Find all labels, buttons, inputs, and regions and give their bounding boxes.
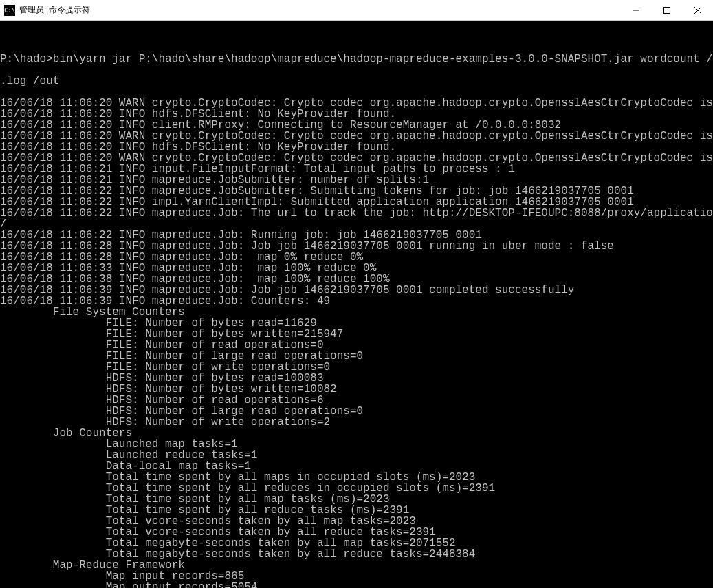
blank-line	[0, 32, 713, 43]
log-line: Total megabyte-seconds taken by all redu…	[0, 549, 713, 560]
log-line: Launched reduce tasks=1	[0, 450, 713, 461]
log-line: FILE: Number of bytes written=215947	[0, 329, 713, 340]
log-line: 16/06/18 11:06:22 INFO mapreduce.JobSubm…	[0, 186, 713, 197]
window-title: 管理员: 命令提示符	[19, 4, 620, 16]
minimize-button[interactable]	[620, 0, 651, 20]
log-line: FILE: Number of read operations=0	[0, 340, 713, 351]
log-line: 16/06/18 11:06:22 INFO impl.YarnClientIm…	[0, 197, 713, 208]
log-line: 16/06/18 11:06:39 INFO mapreduce.Job: Co…	[0, 296, 713, 307]
window-controls	[620, 0, 713, 20]
log-line: Data-local map tasks=1	[0, 461, 713, 472]
log-line: 16/06/18 11:06:21 INFO mapreduce.JobSubm…	[0, 175, 713, 186]
command: bin\yarn jar P:\hado\share\hadoop\mapred…	[53, 53, 713, 65]
log-line: Total time spent by all map tasks (ms)=2…	[0, 494, 713, 505]
log-line: 16/06/18 11:06:33 INFO mapreduce.Job: ma…	[0, 263, 713, 274]
log-line: 16/06/18 11:06:20 WARN crypto.CryptoCode…	[0, 98, 713, 109]
log-line: 16/06/18 11:06:39 INFO mapreduce.Job: Jo…	[0, 285, 713, 296]
log-line: 16/06/18 11:06:28 INFO mapreduce.Job: Jo…	[0, 241, 713, 252]
cmd-icon-label: C:\	[4, 7, 15, 14]
log-line: 16/06/18 11:06:22 INFO mapreduce.Job: Th…	[0, 208, 713, 219]
log-line: HDFS: Number of bytes read=100083	[0, 373, 713, 384]
log-line: HDFS: Number of large read operations=0	[0, 406, 713, 417]
log-line: /	[0, 219, 713, 230]
log-line: 16/06/18 11:06:21 INFO input.FileInputFo…	[0, 164, 713, 175]
minimize-icon	[633, 7, 639, 14]
close-icon	[694, 7, 701, 14]
log-line: FILE: Number of bytes read=11629	[0, 318, 713, 329]
log-line: File System Counters	[0, 307, 713, 318]
log-line: 16/06/18 11:06:38 INFO mapreduce.Job: ma…	[0, 274, 713, 285]
log-line: 16/06/18 11:06:28 INFO mapreduce.Job: ma…	[0, 252, 713, 263]
svg-rect-0	[663, 7, 670, 13]
log-line: 16/06/18 11:06:20 INFO client.RMProxy: C…	[0, 120, 713, 131]
log-line: Total vcore-seconds taken by all reduce …	[0, 527, 713, 538]
log-line: Map-Reduce Framework	[0, 560, 713, 571]
log-line: 16/06/18 11:06:20 WARN crypto.CryptoCode…	[0, 131, 713, 142]
log-line: Total time spent by all reduces in occup…	[0, 483, 713, 494]
log-line: Total megabyte-seconds taken by all map …	[0, 538, 713, 549]
log-line: 16/06/18 11:06:20 INFO hdfs.DFSClient: N…	[0, 142, 713, 153]
log-line: Total time spent by all reduce tasks (ms…	[0, 505, 713, 516]
maximize-icon	[663, 7, 670, 14]
log-line: Job Counters	[0, 428, 713, 439]
log-line: 16/06/18 11:06:20 INFO hdfs.DFSClient: N…	[0, 109, 713, 120]
log-line: Launched map tasks=1	[0, 439, 713, 450]
log-line: FILE: Number of write operations=0	[0, 362, 713, 373]
log-line: Total time spent by all maps in occupied…	[0, 472, 713, 483]
log-line: HDFS: Number of read operations=6	[0, 395, 713, 406]
log-line: Map output records=5054	[0, 582, 713, 588]
log-line: HDFS: Number of bytes written=10082	[0, 384, 713, 395]
log-line: Map input records=865	[0, 571, 713, 582]
maximize-button[interactable]	[651, 0, 682, 20]
window-titlebar: C:\ 管理员: 命令提示符	[0, 0, 713, 21]
prompt-continuation: .log /out	[0, 76, 713, 87]
cmd-icon: C:\	[4, 5, 15, 16]
close-button[interactable]	[682, 0, 713, 20]
log-line: 16/06/18 11:06:22 INFO mapreduce.Job: Ru…	[0, 230, 713, 241]
log-line: HDFS: Number of write operations=2	[0, 417, 713, 428]
terminal-output[interactable]: P:\hado>bin\yarn jar P:\hado\share\hadoo…	[0, 21, 713, 588]
log-line: FILE: Number of large read operations=0	[0, 351, 713, 362]
cwd: P:\hado>	[0, 53, 53, 65]
log-line: 16/06/18 11:06:20 WARN crypto.CryptoCode…	[0, 153, 713, 164]
prompt-line: P:\hado>bin\yarn jar P:\hado\share\hadoo…	[0, 54, 713, 65]
log-line: Total vcore-seconds taken by all map tas…	[0, 516, 713, 527]
